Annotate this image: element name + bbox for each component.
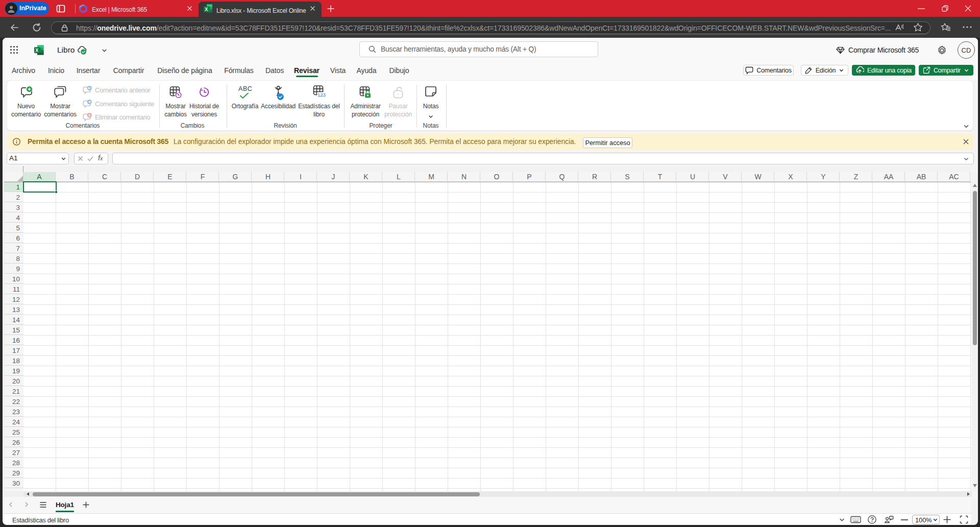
svg-text:123: 123 [317, 92, 326, 98]
svg-text:ABC: ABC [238, 85, 253, 92]
